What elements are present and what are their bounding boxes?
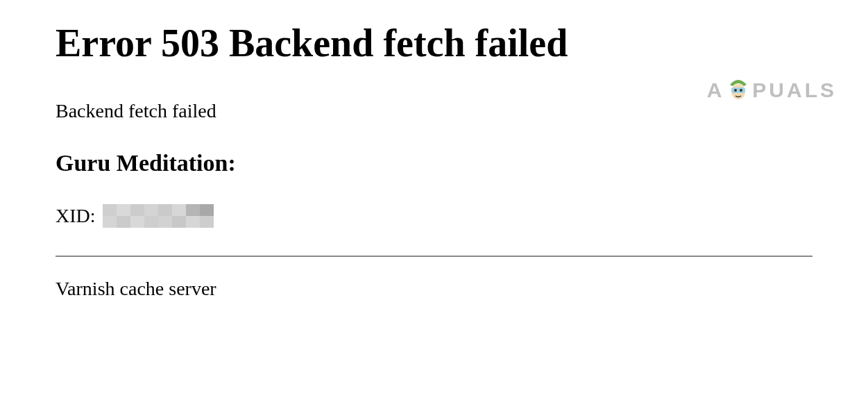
svg-rect-15 bbox=[200, 216, 214, 228]
mascot-icon bbox=[726, 76, 751, 104]
svg-point-19 bbox=[740, 89, 742, 92]
divider bbox=[56, 256, 812, 257]
svg-point-18 bbox=[734, 89, 737, 92]
svg-rect-17 bbox=[731, 87, 745, 93]
watermark-letter-a: A bbox=[707, 78, 725, 102]
svg-rect-12 bbox=[158, 216, 172, 228]
xid-label: XID: bbox=[56, 205, 96, 227]
svg-rect-1 bbox=[117, 204, 130, 216]
svg-rect-9 bbox=[117, 216, 130, 228]
svg-rect-6 bbox=[186, 204, 200, 216]
svg-rect-2 bbox=[130, 204, 144, 216]
xid-value-redacted bbox=[103, 204, 214, 228]
watermark-logo: A PUALS bbox=[707, 76, 837, 104]
svg-rect-8 bbox=[103, 216, 117, 228]
svg-rect-7 bbox=[200, 204, 214, 216]
footer-text: Varnish cache server bbox=[56, 278, 812, 300]
svg-rect-5 bbox=[172, 204, 186, 216]
svg-rect-14 bbox=[186, 216, 200, 228]
svg-rect-3 bbox=[144, 204, 158, 216]
error-heading: Error 503 Backend fetch failed bbox=[56, 21, 812, 65]
guru-meditation-heading: Guru Meditation: bbox=[56, 150, 812, 176]
watermark-text-right: PUALS bbox=[752, 78, 837, 102]
svg-rect-13 bbox=[172, 216, 186, 228]
svg-rect-4 bbox=[158, 204, 172, 216]
svg-rect-0 bbox=[103, 204, 117, 216]
error-message: Backend fetch failed bbox=[56, 100, 812, 122]
svg-rect-11 bbox=[144, 216, 158, 228]
svg-rect-10 bbox=[130, 216, 144, 228]
xid-line: XID: bbox=[56, 204, 812, 228]
